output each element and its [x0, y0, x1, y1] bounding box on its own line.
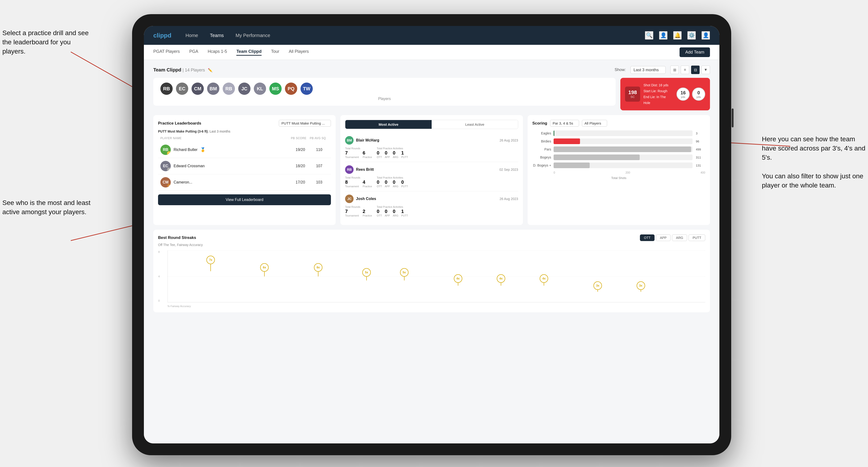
streak-btn-app[interactable]: APP — [656, 235, 671, 241]
show-select[interactable]: Last 3 months Last month Last 6 months — [630, 66, 665, 74]
bar-track-eagles — [554, 130, 692, 136]
col-avg-sq: PB AVG SQ — [310, 136, 329, 140]
pa-app-val-1: 0 — [385, 150, 390, 156]
avatar-5[interactable]: RB — [223, 83, 235, 95]
bubble-stem-4 — [366, 277, 367, 280]
pa-stats-3: Total Rounds 7 Tournament 2 Practice — [345, 206, 518, 217]
pa-app-2: 0 APP — [385, 180, 390, 188]
add-team-button[interactable]: Add Team — [680, 48, 710, 57]
pa-ott-lbl-2: OTT — [377, 185, 382, 188]
drill-name: PUTT Must Make Putting (3-6 ft) — [158, 129, 208, 133]
person-icon-button[interactable]: 👤 — [659, 31, 668, 40]
lb-score-3: 17/20 — [291, 180, 310, 184]
lb-name-2: Edward Crossman — [174, 164, 205, 168]
search-icon-button[interactable]: 🔍 — [645, 31, 653, 40]
pa-rounds-vals-3: 7 Tournament 2 Practice — [345, 209, 372, 217]
yds-circle-2: 0 yds — [692, 88, 705, 101]
streaks-buttons: OTT APP ARG PUTT — [640, 235, 705, 241]
streaks-y-axis-label: % Fairway Accuracy — [158, 305, 705, 308]
subnav-hcaps[interactable]: Hcaps 1-5 — [208, 49, 227, 56]
subnav-tour[interactable]: Tour — [271, 49, 279, 56]
pa-ott-val-2: 0 — [377, 180, 382, 185]
bubble-label-5: 5x — [400, 268, 408, 277]
subnav-team-clippd[interactable]: Team Clippd — [236, 49, 261, 56]
pa-total-rounds-3: Total Rounds 7 Tournament 2 Practice — [345, 206, 372, 217]
bar-row-dbogeys: D. Bogeys + 131 — [532, 162, 705, 168]
avatar-3[interactable]: CM — [191, 83, 204, 95]
bubble-label-10: 3x — [637, 281, 645, 290]
pa-acts-label-3: Total Practice Activities — [377, 206, 408, 208]
view-card-button[interactable]: ⊟ — [691, 66, 700, 74]
subnav-all-players[interactable]: All Players — [289, 49, 309, 56]
annotation-bottom-left: See who is the most and least active amo… — [2, 198, 92, 217]
edit-icon[interactable]: ✏️ — [208, 68, 213, 72]
pa-t-val-3: 7 — [345, 209, 359, 214]
annotation-top-left: Select a practice drill and see the lead… — [2, 28, 92, 56]
pa-name-2: Rees Britt — [356, 167, 374, 172]
pa-acts-vals-3: 0 OTT 0 APP 0 ARG — [377, 209, 408, 217]
subnav-pgat[interactable]: PGAT Players — [153, 49, 180, 56]
view-list-button[interactable]: ≡ — [681, 66, 689, 74]
pa-ott-val-1: 0 — [377, 150, 382, 156]
settings-icon-button[interactable]: ⚙️ — [687, 31, 696, 40]
bar-val-dbogeys: 131 — [696, 164, 705, 167]
bubble-label-2: 6x — [260, 263, 269, 272]
view-full-leaderboard-button[interactable]: View Full Leaderboard — [158, 194, 331, 205]
streaks-subtitle: Off The Tee, Fairway Accuracy — [158, 243, 705, 247]
yds2-label: yds — [696, 96, 701, 98]
pa-p-label-3: Practice — [363, 214, 372, 217]
view-filter-button[interactable]: ▼ — [702, 66, 710, 74]
streak-btn-arg[interactable]: ARG — [672, 235, 687, 241]
par-filter-select[interactable]: Par 3, 4 & 5s Par 3s Par 4s Par 5s — [550, 120, 579, 127]
pa-app-lbl-3: APP — [385, 214, 390, 217]
lb-avatar-3: CM 3 — [160, 177, 171, 187]
leaderboard-header: Practice Leaderboards PUTT Must Make Put… — [158, 120, 331, 127]
avatar-6[interactable]: JC — [238, 83, 250, 95]
pa-name-row-1: BM Blair McHarg — [345, 136, 379, 145]
pa-ott-val-3: 0 — [377, 209, 382, 214]
streak-btn-ott[interactable]: OTT — [640, 235, 654, 241]
grid-line-mid — [168, 276, 705, 277]
avatar-1[interactable]: RB — [160, 83, 173, 95]
bell-icon-button[interactable]: 🔔 — [673, 31, 682, 40]
pa-date-2: 02 Sep 2023 — [499, 168, 518, 172]
pa-putt-3: 1 PUTT — [401, 209, 408, 217]
nav-item-home[interactable]: Home — [186, 33, 198, 38]
avatar-10[interactable]: TW — [301, 83, 313, 95]
shot-start-lie: Start Lie: Rough — [644, 88, 673, 94]
avatar-4[interactable]: BM — [207, 83, 219, 95]
pa-p-val-3: 2 — [363, 209, 372, 214]
pa-practice-1: 6 Practice — [363, 150, 372, 158]
pa-putt-lbl-3: PUTT — [401, 214, 408, 217]
x-label-0: 0 — [554, 171, 555, 174]
lb-table-header: PLAYER NAME PB SCORE PB AVG SQ — [158, 136, 331, 140]
tab-most-active[interactable]: Most Active — [345, 120, 432, 129]
bubble-label-7: 4x — [497, 274, 505, 283]
streak-btn-putt[interactable]: PUTT — [688, 235, 705, 241]
subnav-pga[interactable]: PGA — [189, 49, 198, 56]
y-label-bot: 0 — [158, 299, 160, 302]
pa-app-val-3: 0 — [385, 209, 390, 214]
avatar-button[interactable]: 👤 — [702, 31, 710, 40]
scoring-card: Scoring Par 3, 4 & 5s Par 3s Par 4s Par … — [528, 115, 710, 225]
pa-name-3: Josh Coles — [356, 197, 376, 201]
pa-avatar-3: JC — [345, 195, 353, 203]
pa-putt-label-1: PUTT — [401, 156, 408, 158]
drill-select[interactable]: PUTT Must Make Putting ... — [279, 120, 331, 127]
nav-item-teams[interactable]: Teams — [210, 33, 224, 38]
view-grid-button[interactable]: ⊞ — [670, 66, 679, 74]
avatar-2[interactable]: EC — [176, 83, 188, 95]
avatar-8[interactable]: MS — [269, 83, 282, 95]
players-filter-select[interactable]: All Players — [582, 120, 607, 127]
pa-t-label-3: Tournament — [345, 214, 359, 217]
activity-player-1: BM Blair McHarg 26 Aug 2023 Total Rounds… — [345, 133, 518, 162]
avatar-9[interactable]: PQ — [285, 83, 297, 95]
avatar-7[interactable]: KL — [254, 83, 266, 95]
team-count: | 14 Players — [183, 68, 205, 72]
team-right: Show: Last 3 months Last month Last 6 mo… — [615, 66, 710, 74]
activity-card: Most Active Least Active BM Blair McHarg… — [340, 115, 523, 225]
yds1-label: yds — [681, 96, 685, 98]
tab-least-active[interactable]: Least Active — [432, 120, 518, 129]
bar-track-bogeys — [554, 154, 692, 160]
nav-item-performance[interactable]: My Performance — [236, 33, 270, 38]
